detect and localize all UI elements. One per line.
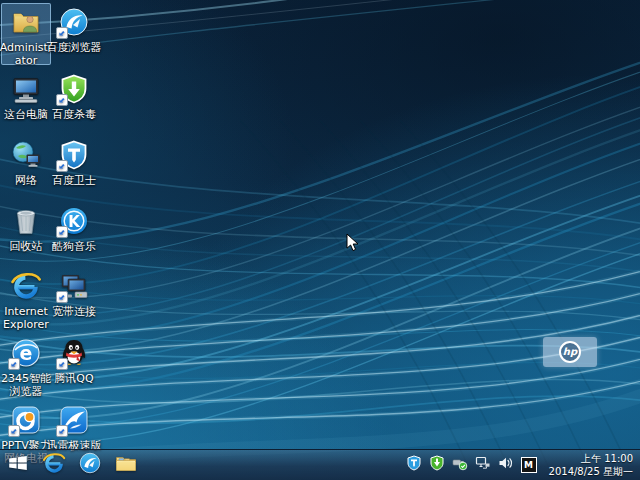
desktop-icon-label: 宽带连接 [46, 305, 102, 318]
desktop-icon-label: 腾讯QQ [46, 372, 102, 385]
shortcut-arrow-icon [56, 27, 68, 39]
ie-icon [42, 451, 66, 479]
clock-date: 2014/8/25 星期一 [549, 465, 633, 478]
desktop-icon-label: 百度浏览器 [46, 41, 102, 54]
tray-input-method[interactable]: M [521, 457, 537, 473]
volume-icon [498, 455, 514, 475]
desktop-icon-label: 百度卫士 [46, 174, 102, 187]
desktop-icon-label: 百度杀毒 [46, 108, 102, 121]
desktop-icon-recycle-bin[interactable]: 回收站 [1, 202, 51, 264]
tray-baidu-antivirus[interactable] [429, 457, 445, 473]
taskbar-ie[interactable] [36, 450, 72, 480]
desktop-icon-2345-browser[interactable]: e2345智能浏览器 [1, 334, 51, 396]
ie-icon [10, 270, 42, 302]
usb-drive-icon [452, 455, 468, 475]
taskbar: M 上午 11:00 2014/8/25 星期一 [0, 449, 640, 480]
explorer-folder-icon [114, 451, 138, 479]
kugou-icon: K [58, 205, 90, 237]
tray-network[interactable] [475, 457, 491, 473]
desktop-icons-layer: Administrator百度浏览器这台电脑百度杀毒网络百度卫士回收站K酷狗音乐… [0, 0, 640, 480]
hp-logo-text: hp [563, 347, 577, 357]
desktop-icon-tencent-qq[interactable]: 腾讯QQ [49, 334, 99, 396]
desktop-icon-network[interactable]: 网络 [1, 136, 51, 198]
desktop-icon-internet-explorer[interactable]: Internet Explorer [1, 267, 51, 329]
computer-icon [10, 73, 42, 105]
desktop-icon-label: 酷狗音乐 [46, 240, 102, 253]
network-status-icon [475, 455, 491, 475]
input-method-icon: M [521, 457, 537, 473]
start-button[interactable] [0, 450, 36, 480]
shortcut-arrow-icon [56, 226, 68, 238]
taskbar-baidu-browser[interactable] [72, 450, 108, 480]
network-globe-icon [10, 139, 42, 171]
shortcut-arrow-icon [8, 425, 20, 437]
desktop-icon-broadband[interactable]: 宽带连接 [49, 267, 99, 329]
clock-time: 上午 11:00 [549, 452, 633, 465]
tray-blue-shield-icon [406, 455, 422, 475]
tray-baidu-weishi[interactable] [406, 457, 422, 473]
tray-icons: M [406, 457, 537, 473]
baidu-browser-icon [58, 6, 90, 38]
svg-text:K: K [68, 213, 81, 231]
tray-green-shield-icon [429, 455, 445, 475]
taskbar-clock[interactable]: 上午 11:00 2014/8/25 星期一 [549, 452, 633, 478]
recycle-bin-icon [10, 205, 42, 237]
taskbar-file-explorer[interactable] [108, 450, 144, 480]
2345-browser-icon: e [10, 337, 42, 369]
desktop-icon-kugou-music[interactable]: K酷狗音乐 [49, 202, 99, 264]
shortcut-arrow-icon [56, 425, 68, 437]
baidu-browser-icon [78, 451, 102, 479]
blue-shield-icon [58, 139, 90, 171]
desktop-icon-this-pc[interactable]: 这台电脑 [1, 70, 51, 132]
desktop-icon-baidu-antivirus[interactable]: 百度杀毒 [49, 70, 99, 132]
desktop-icon-baidu-browser[interactable]: 百度浏览器 [49, 3, 99, 65]
system-tray: M 上午 11:00 2014/8/25 星期一 [406, 450, 640, 480]
shortcut-arrow-icon [56, 291, 68, 303]
tray-usb[interactable] [452, 457, 468, 473]
desktop[interactable]: Administrator百度浏览器这台电脑百度杀毒网络百度卫士回收站K酷狗音乐… [0, 0, 640, 480]
shortcut-arrow-icon [56, 358, 68, 370]
green-shield-icon [58, 73, 90, 105]
tray-volume[interactable] [498, 457, 514, 473]
folder-user-icon [10, 6, 42, 38]
qq-penguin-icon [58, 337, 90, 369]
win8-start-icon [6, 451, 30, 479]
hp-logo-circle: hp [559, 341, 581, 363]
desktop-icon-baidu-weishi[interactable]: 百度卫士 [49, 136, 99, 198]
shortcut-arrow-icon [56, 94, 68, 106]
xunlei-bird-icon [58, 404, 90, 436]
pptv-icon [10, 404, 42, 436]
broadband-icon [58, 270, 90, 302]
taskbar-buttons [0, 450, 144, 480]
desktop-icon-administrator[interactable]: Administrator [1, 3, 51, 65]
shortcut-arrow-icon [56, 160, 68, 172]
shortcut-arrow-icon [8, 358, 20, 370]
hp-logo: hp [543, 337, 597, 367]
